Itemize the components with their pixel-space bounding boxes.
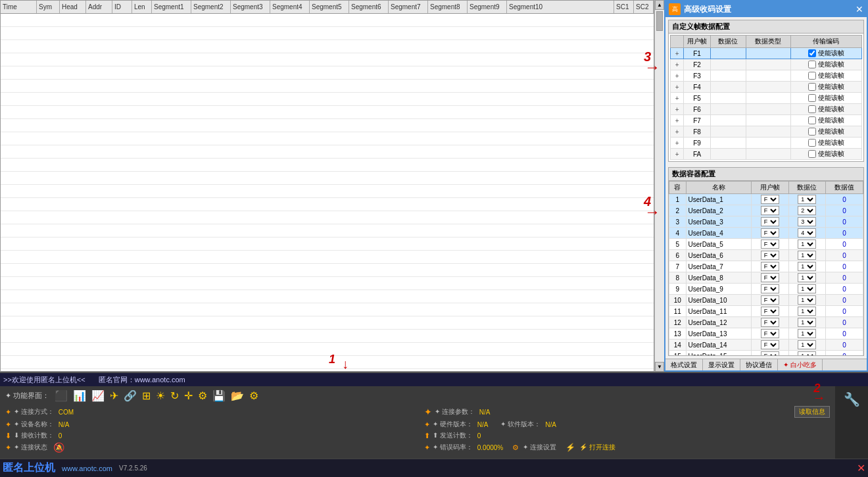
- frame-plus[interactable]: +: [671, 70, 684, 82]
- branding-close-btn[interactable]: ✕: [857, 462, 865, 474]
- cont-value[interactable]: 0: [826, 272, 863, 284]
- frame-enable-checkbox[interactable]: [808, 72, 816, 80]
- cont-frame[interactable]: F1: [751, 295, 788, 306]
- cont-frame[interactable]: F1: [751, 216, 788, 228]
- cont-value[interactable]: 0: [826, 261, 863, 272]
- cont-bit-select[interactable]: 1: [798, 318, 816, 327]
- cont-bit[interactable]: 1: [788, 351, 826, 356]
- cont-bit[interactable]: 3: [788, 216, 826, 228]
- cont-frame-select[interactable]: F1: [761, 239, 779, 249]
- icon-cursor[interactable]: ⬛: [55, 389, 68, 402]
- frame-plus[interactable]: +: [671, 93, 684, 104]
- frame-plus[interactable]: +: [671, 104, 684, 115]
- cont-bit-select[interactable]: 1: [798, 295, 816, 305]
- cont-bit-select[interactable]: 1: [798, 284, 816, 293]
- cont-frame-select[interactable]: F1: [761, 329, 779, 338]
- cont-bit[interactable]: 4: [788, 228, 826, 239]
- icon-line[interactable]: 📈: [91, 389, 105, 402]
- frame-enable-cell[interactable]: 使能该帧: [790, 104, 861, 115]
- cont-frame[interactable]: F1: [751, 328, 788, 339]
- cont-bit[interactable]: 1: [788, 284, 826, 295]
- table-scrollbar[interactable]: ▲ ▼: [654, 0, 664, 372]
- frame-enable-checkbox[interactable]: [808, 105, 816, 113]
- tab-display-settings[interactable]: 显示设置: [703, 359, 740, 370]
- cont-bit-select[interactable]: 3: [798, 217, 816, 226]
- cont-bit-select[interactable]: 1: [798, 351, 816, 355]
- frame-enable-checkbox[interactable]: [808, 116, 816, 124]
- cont-frame[interactable]: F1: [751, 339, 788, 351]
- frame-plus[interactable]: +: [671, 59, 684, 70]
- icon-gear[interactable]: ⚙: [198, 389, 207, 402]
- icon-save[interactable]: 💾: [212, 389, 226, 402]
- cont-frame[interactable]: F1: [751, 250, 788, 261]
- frame-plus[interactable]: +: [671, 115, 684, 126]
- cont-bit[interactable]: 1: [788, 306, 826, 317]
- icon-move[interactable]: ✛: [184, 389, 193, 402]
- cont-value[interactable]: 0: [826, 239, 863, 250]
- cont-frame-select[interactable]: F1: [761, 228, 779, 238]
- cont-bit[interactable]: 1: [788, 328, 826, 339]
- cont-frame[interactable]: F1: [751, 306, 788, 317]
- cont-frame[interactable]: F1: [751, 317, 788, 328]
- cont-bit-select[interactable]: 1: [798, 273, 816, 282]
- frame-plus[interactable]: +: [671, 126, 684, 138]
- cont-bit-select[interactable]: 4: [798, 228, 816, 238]
- cont-frame-select[interactable]: F1: [761, 307, 779, 316]
- cont-bit-select[interactable]: 2: [798, 206, 816, 215]
- tab-format-settings[interactable]: 格式设置: [665, 359, 703, 370]
- frame-plus[interactable]: +: [671, 149, 684, 160]
- cont-value[interactable]: 0: [826, 339, 863, 351]
- cont-value[interactable]: 0: [826, 205, 863, 216]
- frame-enable-cell[interactable]: 使能该帧: [790, 138, 861, 149]
- frame-enable-checkbox[interactable]: [808, 139, 816, 147]
- scroll-down-btn[interactable]: ▼: [655, 362, 664, 372]
- frame-enable-checkbox[interactable]: [808, 128, 816, 136]
- cont-value[interactable]: 0: [826, 284, 863, 295]
- frame-plus[interactable]: +: [671, 48, 684, 59]
- cont-bit[interactable]: 1: [788, 317, 826, 328]
- read-info-btn[interactable]: 读取信息: [794, 406, 830, 418]
- frame-enable-checkbox[interactable]: [808, 61, 816, 68]
- cont-value[interactable]: 0: [826, 306, 863, 317]
- cont-frame-select[interactable]: F1: [761, 217, 779, 226]
- frame-enable-cell[interactable]: 使能该帧: [790, 115, 861, 126]
- frame-enable-checkbox[interactable]: [808, 150, 816, 158]
- cont-frame-select[interactable]: F1: [761, 340, 779, 349]
- cont-bit[interactable]: 1: [788, 272, 826, 284]
- cont-bit[interactable]: 1: [788, 250, 826, 261]
- tab-protocol-comm[interactable]: 协议通信: [740, 359, 778, 370]
- cont-frame-select[interactable]: F1: [761, 318, 779, 327]
- cont-frame-select[interactable]: F1: [761, 262, 779, 271]
- frame-enable-checkbox[interactable]: [808, 83, 816, 91]
- cont-frame-select[interactable]: F1: [761, 295, 779, 305]
- icon-extra[interactable]: ⚙: [249, 389, 258, 402]
- cont-bit-select[interactable]: 1: [798, 329, 816, 338]
- icon-sun[interactable]: ☀: [156, 389, 165, 402]
- cont-value[interactable]: 0: [826, 328, 863, 339]
- cont-bit[interactable]: 2: [788, 205, 826, 216]
- frame-enable-cell[interactable]: 使能该帧: [790, 149, 861, 160]
- frame-enable-cell[interactable]: 使能该帧: [790, 126, 861, 138]
- icon-send[interactable]: ✈: [110, 389, 118, 402]
- frame-enable-cell[interactable]: 使能该帧: [790, 70, 861, 82]
- cont-bit-select[interactable]: 1: [798, 239, 816, 249]
- icon-open[interactable]: 📂: [231, 389, 244, 402]
- cont-bit-select[interactable]: 1: [798, 307, 816, 316]
- icon-chart[interactable]: 📊: [73, 389, 86, 402]
- cont-frame[interactable]: F1: [751, 272, 788, 284]
- frame-enable-checkbox[interactable]: [808, 49, 816, 57]
- cont-value[interactable]: 0: [826, 216, 863, 228]
- cont-bit[interactable]: 1: [788, 261, 826, 272]
- cont-bit-select[interactable]: 1: [798, 251, 816, 260]
- cont-frame[interactable]: F1: [751, 351, 788, 356]
- wrench-button[interactable]: 🔧: [844, 392, 860, 407]
- cont-bit-select[interactable]: 1: [798, 340, 816, 349]
- icon-refresh[interactable]: ↻: [170, 389, 179, 402]
- frame-enable-cell[interactable]: 使能该帧: [790, 93, 861, 104]
- icon-grid[interactable]: ⊞: [142, 389, 151, 402]
- container-scroll-area[interactable]: 容 名称 用户帧 数据位 数据值 1 UserData_1 F1: [669, 181, 863, 355]
- scroll-up-btn[interactable]: ▲: [655, 0, 664, 10]
- cont-value[interactable]: 0: [826, 228, 863, 239]
- cont-frame[interactable]: F1: [751, 239, 788, 250]
- cont-bit[interactable]: 1: [788, 339, 826, 351]
